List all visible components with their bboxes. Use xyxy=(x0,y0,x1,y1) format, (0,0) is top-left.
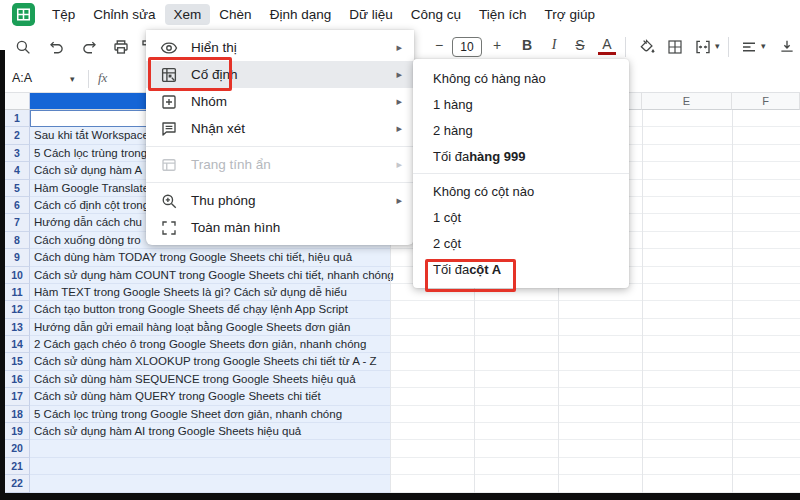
redo-icon[interactable] xyxy=(80,38,98,56)
cell-a17[interactable]: Cách sử dùng hàm QUERY trong Google Shee… xyxy=(30,388,390,405)
row-header-3[interactable]: 3 xyxy=(5,145,30,162)
sheet-row: 20 xyxy=(5,440,800,457)
column-header-e[interactable]: E xyxy=(642,92,732,110)
row-header-18[interactable]: 18 xyxy=(5,406,30,423)
menubar-item-xem[interactable]: Xem xyxy=(165,4,211,25)
strikethrough-button[interactable]: S xyxy=(571,37,589,53)
row-header-16[interactable]: 16 xyxy=(5,371,30,388)
menubar: TệpChỉnh sửaXemChènĐịnh dạngDữ liệuCông … xyxy=(0,0,800,28)
group-icon xyxy=(160,93,178,111)
cell-a20[interactable] xyxy=(30,440,390,457)
fx-icon[interactable]: fx xyxy=(98,70,107,86)
decrease-font-size-button[interactable]: − xyxy=(430,37,448,53)
vertical-align-icon[interactable] xyxy=(778,38,796,56)
cell-a19[interactable]: Cách sử dụng hàm AI trong Google Sheets … xyxy=(30,423,390,440)
cell-a13[interactable]: Hướng dẫn gửi email hàng loạt bằng Googl… xyxy=(30,319,390,336)
sheet-row: 10Cách sử dụng hàm COUNT trong Google Sh… xyxy=(5,267,800,284)
column-header-f[interactable]: F xyxy=(732,92,800,110)
row-header-10[interactable]: 10 xyxy=(5,267,30,284)
column-header-label: F xyxy=(762,95,769,107)
row-header-8[interactable]: 8 xyxy=(5,232,30,249)
row-header-12[interactable]: 12 xyxy=(5,301,30,318)
borders-icon[interactable] xyxy=(666,38,684,56)
merge-cells-icon[interactable] xyxy=(694,38,712,56)
cell-a10[interactable]: Cách sử dụng hàm COUNT trong Google Shee… xyxy=(30,267,390,284)
toolbar-divider xyxy=(625,37,626,57)
row-header-17[interactable]: 17 xyxy=(5,388,30,405)
menu-item-trang-tinh-an[interactable]: Trang tính ẩn▸ xyxy=(146,151,414,178)
submenu-item-2-cot[interactable]: 2 cột xyxy=(413,230,629,256)
menubar-item-tep[interactable]: Tệp xyxy=(43,4,84,25)
row-header-4[interactable]: 4 xyxy=(5,162,30,179)
cell-a14[interactable]: 2 Cách gạch chéo ô trong Google Sheets đ… xyxy=(30,336,390,353)
cell-a22[interactable] xyxy=(30,475,390,492)
row-header-14[interactable]: 14 xyxy=(5,336,30,353)
name-box[interactable]: A:A xyxy=(12,71,32,85)
row-header-2[interactable]: 2 xyxy=(5,127,30,144)
row-header-13[interactable]: 13 xyxy=(5,319,30,336)
menu-item-nhom[interactable]: Nhóm▸ xyxy=(146,88,414,115)
row-header-11[interactable]: 11 xyxy=(5,284,30,301)
submenu-item-label: Không có hàng nào xyxy=(433,71,546,86)
row-header-21[interactable]: 21 xyxy=(5,458,30,475)
submenu-item-label: Không có cột nào xyxy=(433,184,534,199)
menubar-item-tro-giup[interactable]: Trợ giúp xyxy=(536,4,604,25)
sheet-row: 13Hướng dẫn gửi email hàng loạt bằng Goo… xyxy=(5,319,800,336)
submenu-item-khong-co-cot-nao[interactable]: Không có cột nào xyxy=(413,178,629,204)
row-header-5[interactable]: 5 xyxy=(5,180,30,197)
row-header-9[interactable]: 9 xyxy=(5,249,30,266)
menubar-item-tien-ich[interactable]: Tiện ích xyxy=(470,4,536,25)
menu-divider xyxy=(146,146,414,147)
text-color-button[interactable]: A xyxy=(598,37,616,55)
menu-item-hien-thi[interactable]: Hiển thị▸ xyxy=(146,34,414,61)
select-all-corner[interactable] xyxy=(5,92,30,110)
merge-caret-icon[interactable]: ▾ xyxy=(715,41,720,51)
row-header-20[interactable]: 20 xyxy=(5,440,30,457)
cell-a11[interactable]: Hàm TEXT trong Google Sheets là gì? Cách… xyxy=(30,284,390,301)
screenshot-border-left xyxy=(0,50,5,500)
sheets-logo-icon[interactable] xyxy=(12,3,35,26)
submenu-item-toi-da-hang-999[interactable]: Tối đa hàng 999 xyxy=(413,143,629,169)
print-icon[interactable] xyxy=(112,38,130,56)
menubar-item-chen[interactable]: Chèn xyxy=(210,4,260,25)
submenu-item-khong-co-hang-nao[interactable]: Không có hàng nào xyxy=(413,65,629,91)
italic-button[interactable]: I xyxy=(545,37,563,53)
fill-color-icon[interactable] xyxy=(638,38,656,56)
name-box-caret-icon[interactable]: ▾ xyxy=(70,74,75,84)
menu-divider xyxy=(146,182,414,183)
row-header-15[interactable]: 15 xyxy=(5,353,30,370)
menu-item-thu-phong[interactable]: Thu phóng▸ xyxy=(146,187,414,214)
row-header-7[interactable]: 7 xyxy=(5,214,30,231)
cell-a12[interactable]: Cách tạo button trong Google Sheets để c… xyxy=(30,301,390,318)
menu-item-nhan-xet[interactable]: Nhận xét▸ xyxy=(146,115,414,142)
cell-a15[interactable]: Cách sử dùng hàm XLOOKUP trong Google Sh… xyxy=(30,353,390,370)
align-caret-icon[interactable]: ▾ xyxy=(761,41,766,51)
cell-a9[interactable]: Cách dùng hàm TODAY trong Google Sheets … xyxy=(30,249,390,266)
submenu-item-1-cot[interactable]: 1 cột xyxy=(413,204,629,230)
row-header-19[interactable]: 19 xyxy=(5,423,30,440)
submenu-item-label-bold: cột A xyxy=(469,262,501,277)
submenu-item-toi-da-cot-a[interactable]: Tối đa cột A xyxy=(413,256,629,282)
menu-item-co-dinh[interactable]: Cố định▸ xyxy=(146,61,414,88)
submenu-item-2-hang[interactable]: 2 hàng xyxy=(413,117,629,143)
menu-item-label: Nhóm xyxy=(191,94,396,109)
undo-icon[interactable] xyxy=(48,38,66,56)
submenu-arrow-icon: ▸ xyxy=(396,158,402,171)
align-left-icon[interactable] xyxy=(740,38,758,56)
row-header-1[interactable]: 1 xyxy=(5,110,30,127)
search-icon[interactable] xyxy=(14,38,32,56)
menubar-item-cong-cu[interactable]: Công cụ xyxy=(402,4,470,25)
increase-font-size-button[interactable]: + xyxy=(488,37,506,53)
menubar-item-dinh-dang[interactable]: Định dạng xyxy=(261,4,341,25)
font-size-input[interactable]: 10 xyxy=(452,37,482,57)
submenu-item-1-hang[interactable]: 1 hàng xyxy=(413,91,629,117)
cell-a16[interactable]: Cách sử dùng hàm SEQUENCE trong Google S… xyxy=(30,371,390,388)
row-header-6[interactable]: 6 xyxy=(5,197,30,214)
row-header-22[interactable]: 22 xyxy=(5,475,30,492)
cell-a18[interactable]: 5 Cách lọc trùng trong Google Sheet đơn … xyxy=(30,406,390,423)
menu-item-toan-man-hinh[interactable]: Toàn màn hình xyxy=(146,214,414,241)
menubar-item-chinh-sua[interactable]: Chỉnh sửa xyxy=(84,4,164,25)
menubar-item-du-lieu[interactable]: Dữ liệu xyxy=(340,4,402,25)
bold-button[interactable]: B xyxy=(518,37,536,53)
cell-a21[interactable] xyxy=(30,458,390,475)
